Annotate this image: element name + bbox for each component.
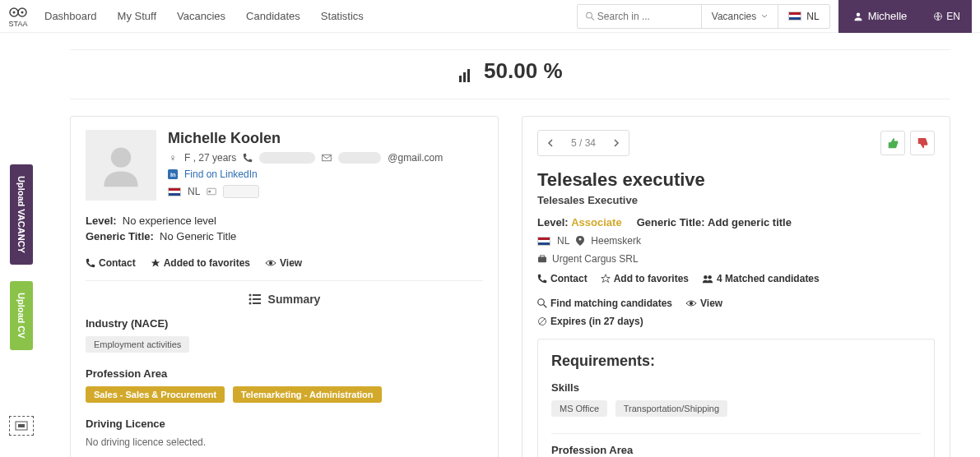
- match-percent-value: 50.00 %: [484, 58, 562, 83]
- flag-nl-icon: [168, 187, 181, 196]
- candidate-panel: Michelle Koolen ♀ F , 27 years @gmail.co…: [70, 116, 499, 457]
- req-heading: Requirements:: [551, 353, 921, 370]
- star-outline-icon: [601, 274, 611, 284]
- svg-point-22: [248, 298, 251, 301]
- pin-icon: [576, 236, 584, 246]
- thumbs-up-button[interactable]: [880, 131, 905, 155]
- language-select[interactable]: EN: [922, 0, 972, 33]
- nav-statistics[interactable]: Statistics: [321, 10, 364, 22]
- profession-label: Profession Area: [86, 367, 483, 380]
- cand-contact-action[interactable]: Contact: [86, 257, 136, 269]
- country-label: NL: [806, 11, 819, 22]
- driving-label: Driving Licence: [86, 418, 483, 430]
- nav-vacancies[interactable]: Vacancies: [177, 10, 225, 22]
- industry-label: Industry (NACE): [86, 317, 483, 330]
- chevron-down-icon: [761, 13, 768, 20]
- user-icon: [853, 12, 863, 21]
- email-redacted: [338, 152, 381, 164]
- match-percent-row: 50.00 %: [70, 49, 950, 99]
- skill-tag[interactable]: Transportation/Shipping: [615, 400, 727, 417]
- svg-line-5: [592, 17, 594, 20]
- vacancy-panel: 5 / 34 Telesales executive Telesales Exe…: [522, 116, 950, 457]
- cand-generic-label: Generic Title:: [86, 230, 154, 242]
- flag-nl-icon: [788, 12, 801, 21]
- pager-count: 5 / 34: [563, 137, 604, 149]
- vac-contact-action[interactable]: Contact: [537, 273, 588, 284]
- cand-view-action[interactable]: View: [265, 257, 302, 269]
- svg-point-2: [13, 11, 16, 13]
- profession-tag[interactable]: Sales - Sales & Procurement: [86, 386, 225, 403]
- pager-prev[interactable]: [538, 131, 563, 155]
- vac-fav-action[interactable]: Add to favorites: [601, 273, 689, 284]
- vac-level-value[interactable]: Associate: [571, 216, 621, 228]
- main-nav: Dashboard My Stuff Vacancies Candidates …: [44, 10, 364, 22]
- svg-point-29: [704, 275, 707, 279]
- nav-mystuff[interactable]: My Stuff: [118, 10, 156, 22]
- svg-point-24: [248, 302, 251, 305]
- svg-point-6: [856, 12, 860, 16]
- thumbs-down-button[interactable]: [910, 131, 935, 155]
- nav-dashboard[interactable]: Dashboard: [44, 10, 97, 22]
- cand-level-value: No experience level: [123, 215, 216, 227]
- phone-icon: [243, 153, 253, 163]
- svg-point-20: [248, 294, 251, 297]
- nav-candidates[interactable]: Candidates: [246, 10, 300, 22]
- card-icon: [207, 187, 216, 196]
- upload-cv-button[interactable]: Upload CV: [10, 281, 33, 350]
- gender-icon: ♀: [168, 153, 178, 163]
- svg-point-30: [708, 275, 711, 279]
- svg-rect-23: [253, 298, 261, 300]
- vac-matched-action[interactable]: 4 Matched candidates: [702, 273, 820, 284]
- vacancy-subtitle: Telesales Executive: [537, 194, 935, 206]
- linkedin-link[interactable]: Find on LinkedIn: [184, 168, 258, 180]
- industry-tag[interactable]: Employment activities: [86, 336, 189, 353]
- vac-view-action[interactable]: View: [685, 298, 722, 309]
- vac-level-label: Level:: [537, 216, 569, 228]
- search-icon: [537, 298, 547, 308]
- svg-point-4: [586, 12, 592, 18]
- arrow-left-icon: [546, 139, 555, 147]
- cand-generic-value: No Generic Title: [160, 230, 236, 242]
- svg-rect-21: [253, 294, 261, 296]
- req-profession-label: Profession Area: [551, 444, 921, 456]
- candidate-country: NL: [188, 186, 200, 197]
- vac-expires: Expires (in 27 days): [537, 316, 935, 327]
- vac-generic-label: Generic Title:: [637, 216, 705, 228]
- svg-point-31: [538, 299, 545, 306]
- vac-find-action[interactable]: Find matching candidates: [537, 298, 672, 309]
- badge-redacted: [223, 185, 259, 198]
- svg-rect-14: [323, 155, 332, 161]
- logo[interactable]: STAA: [8, 5, 28, 28]
- search-type-select[interactable]: Vacancies: [701, 5, 778, 28]
- vac-country: NL: [557, 235, 569, 247]
- upload-vacancy-button[interactable]: Upload VACANCY: [10, 164, 33, 265]
- search-box[interactable]: [578, 5, 701, 28]
- binoculars-icon: [8, 5, 28, 20]
- users-icon: [702, 274, 713, 284]
- lang-label: EN: [946, 11, 960, 22]
- skill-tag[interactable]: MS Office: [551, 400, 607, 417]
- svg-point-18: [209, 191, 211, 192]
- search-icon: [586, 12, 595, 21]
- thumbs-up-icon: [887, 137, 899, 149]
- user-menu[interactable]: Michelle: [838, 0, 922, 33]
- requirements-box: Requirements: Skills MS Office Transport…: [537, 339, 935, 457]
- cand-fav-action[interactable]: Added to favorites: [151, 257, 250, 269]
- search-group: Vacancies NL: [577, 4, 830, 29]
- pager-next[interactable]: [604, 131, 629, 155]
- country-select[interactable]: NL: [778, 5, 829, 28]
- phone-redacted: [259, 152, 315, 164]
- svg-rect-10: [459, 76, 462, 82]
- search-input[interactable]: [597, 11, 693, 22]
- profession-tag[interactable]: Telemarketing - Administration: [233, 386, 382, 403]
- vac-generic-value[interactable]: Add generic title: [708, 216, 792, 228]
- email-suffix: @gmail.com: [388, 152, 443, 164]
- dropzone[interactable]: [9, 416, 34, 436]
- cand-level-label: Level:: [86, 215, 117, 227]
- svg-point-13: [111, 147, 131, 167]
- svg-rect-11: [463, 72, 466, 82]
- svg-rect-28: [541, 256, 545, 258]
- summary-header: Summary: [86, 280, 483, 306]
- logo-text: STAA: [9, 20, 28, 28]
- svg-line-32: [544, 305, 547, 308]
